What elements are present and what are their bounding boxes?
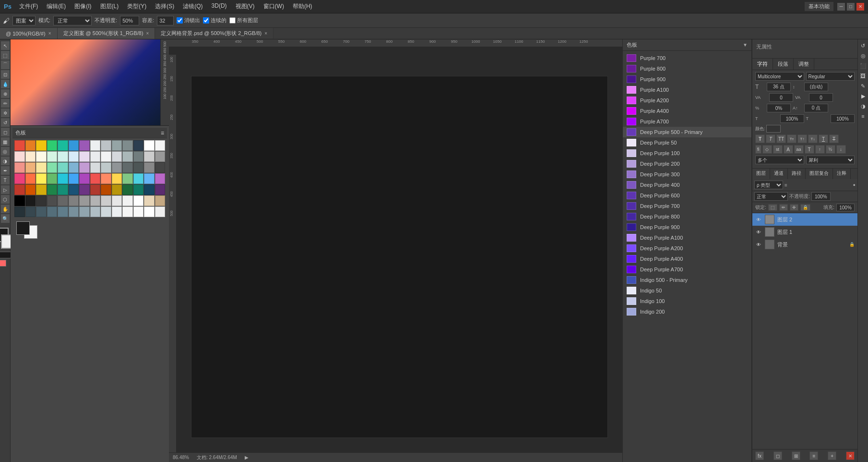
- kerning-input[interactable]: [769, 93, 793, 102]
- color-list-item[interactable]: Indigo 100: [623, 296, 751, 306]
- text-color-swatch[interactable]: [766, 125, 781, 133]
- ordinals-button[interactable]: st: [773, 145, 783, 154]
- language-select[interactable]: 多个: [755, 156, 804, 164]
- menu-help[interactable]: 帮助(H): [289, 1, 316, 12]
- swatch-cell[interactable]: [144, 140, 155, 151]
- baseline-input[interactable]: [804, 104, 828, 112]
- antialiase-method-select[interactable]: 犀利: [806, 156, 855, 164]
- font-size-input[interactable]: [767, 83, 791, 91]
- color-list-item[interactable]: Purple 900: [623, 74, 751, 85]
- tracking-input[interactable]: [809, 93, 833, 102]
- swatch-cell[interactable]: [122, 195, 133, 206]
- menu-type[interactable]: 类型(Y): [123, 1, 150, 12]
- swatch-cell[interactable]: [144, 207, 155, 217]
- color-list-item[interactable]: Deep Purple 500 - Primary: [623, 127, 751, 137]
- opacity-input[interactable]: [120, 16, 139, 25]
- strikethrough-button[interactable]: T: [829, 134, 839, 143]
- swatch-cell[interactable]: [58, 195, 68, 206]
- swatch-cell[interactable]: [122, 162, 133, 173]
- shape-tool[interactable]: ⬡: [1, 195, 10, 204]
- swatch-cell[interactable]: [133, 173, 144, 184]
- layer-group-button[interactable]: ≡: [809, 451, 818, 460]
- swatch-cell[interactable]: [133, 195, 144, 206]
- tab-1[interactable]: 定义图案 @ 500%(形状 1_RGB/8) ×: [58, 28, 155, 39]
- tool-mode-select[interactable]: 图案: [12, 16, 36, 25]
- swatch-cell[interactable]: [90, 195, 101, 206]
- tolerance-input[interactable]: [157, 16, 174, 25]
- swatch-cell[interactable]: [36, 207, 47, 217]
- tracking-pct-input[interactable]: [767, 104, 791, 112]
- tab-2[interactable]: 定义网格背景.psd @ 500%(形状 2_RGB/8) ×: [155, 28, 273, 39]
- side-icon-channels[interactable]: ≡: [859, 112, 868, 121]
- heal-tool[interactable]: ⊕: [1, 89, 10, 98]
- color-list-item[interactable]: Purple 800: [623, 63, 751, 74]
- swatch-cell[interactable]: [69, 151, 79, 162]
- side-icon-masks[interactable]: ◑: [859, 102, 868, 110]
- swatch-cell[interactable]: [144, 151, 155, 162]
- fractions-button[interactable]: ½: [826, 145, 835, 154]
- lasso-tool[interactable]: ⌒: [1, 61, 10, 69]
- swatch-cell[interactable]: [36, 184, 47, 195]
- swatch-cell[interactable]: [112, 195, 122, 206]
- swatch-cell[interactable]: [133, 140, 144, 151]
- minimize-button[interactable]: ─: [837, 3, 845, 11]
- swatch-cell[interactable]: [14, 140, 25, 151]
- swatch-cell[interactable]: [79, 184, 90, 195]
- tab-adjustments[interactable]: 调整: [794, 59, 814, 70]
- layer-visibility-toggle[interactable]: 👁: [755, 241, 762, 248]
- leading-input[interactable]: [804, 83, 828, 91]
- swatch-cell[interactable]: [144, 162, 155, 173]
- swatch-cell[interactable]: [155, 207, 166, 217]
- color-list-item[interactable]: Deep Purple A400: [623, 254, 751, 264]
- side-icon-swatches[interactable]: ⬛: [859, 61, 868, 70]
- swatch-settings-icon[interactable]: ≡: [161, 130, 164, 136]
- menu-image[interactable]: 图像(I): [71, 1, 95, 12]
- swatch-cell[interactable]: [58, 207, 68, 217]
- swatch-cell[interactable]: [90, 207, 101, 217]
- titling-button[interactable]: T: [805, 145, 814, 154]
- layer-filter-select[interactable]: ρ 类型: [754, 181, 783, 189]
- layer-item[interactable]: 👁图层 2: [752, 213, 857, 226]
- swatch-cell[interactable]: [36, 151, 47, 162]
- swatch-cell[interactable]: [101, 140, 111, 151]
- blur-tool[interactable]: ◎: [1, 147, 10, 156]
- swatch-cell[interactable]: [47, 184, 58, 195]
- swatch-cell[interactable]: [133, 207, 144, 217]
- color-list-item[interactable]: Deep Purple 300: [623, 169, 751, 180]
- swatch-cell[interactable]: [122, 207, 133, 217]
- antialiase-checkbox[interactable]: [177, 17, 183, 24]
- side-icon-adjustments[interactable]: ▶: [859, 92, 868, 100]
- quick-mask-toggle[interactable]: [0, 252, 12, 268]
- swatch-cell[interactable]: [112, 184, 122, 195]
- scale-v-input[interactable]: [831, 114, 855, 123]
- tab-0-close[interactable]: ×: [48, 31, 51, 36]
- hand-tool[interactable]: ✋: [1, 205, 10, 213]
- side-icon-patterns[interactable]: 🖼: [859, 72, 868, 80]
- std-mode-icon[interactable]: [0, 252, 12, 258]
- fill-input[interactable]: [836, 204, 855, 211]
- color-list-item[interactable]: Indigo 200: [623, 306, 751, 317]
- layers-tab-paths[interactable]: 路径: [788, 169, 806, 179]
- side-icon-history[interactable]: ↺: [859, 41, 868, 50]
- side-icon-styles[interactable]: ✎: [859, 82, 868, 90]
- color-list-item[interactable]: Purple A700: [623, 116, 751, 127]
- quick-mask-icon[interactable]: [0, 260, 6, 267]
- swatch-cell[interactable]: [25, 207, 36, 217]
- navigator-arrow[interactable]: ▶: [245, 455, 249, 460]
- close-button[interactable]: ✕: [856, 3, 864, 11]
- swatch-cell[interactable]: [69, 173, 79, 184]
- layer-visibility-toggle[interactable]: 👁: [755, 216, 762, 223]
- swatch-cell[interactable]: [58, 184, 68, 195]
- eyedropper-tool[interactable]: 💧: [1, 80, 10, 88]
- swatch-cell[interactable]: [155, 173, 166, 184]
- color-list-item[interactable]: Deep Purple 900: [623, 222, 751, 232]
- all-layers-checkbox[interactable]: [229, 17, 236, 24]
- clone-tool[interactable]: ✲: [1, 109, 10, 117]
- layer-item[interactable]: 👁背景🔒: [752, 238, 857, 251]
- tab-1-close[interactable]: ×: [146, 31, 149, 36]
- swatch-cell[interactable]: [112, 151, 122, 162]
- discretionary-ligature-button[interactable]: ◇: [762, 145, 772, 154]
- menu-layer[interactable]: 图层(L): [96, 1, 123, 12]
- swatch-cell[interactable]: [133, 184, 144, 195]
- color-list-item[interactable]: Deep Purple A700: [623, 264, 751, 275]
